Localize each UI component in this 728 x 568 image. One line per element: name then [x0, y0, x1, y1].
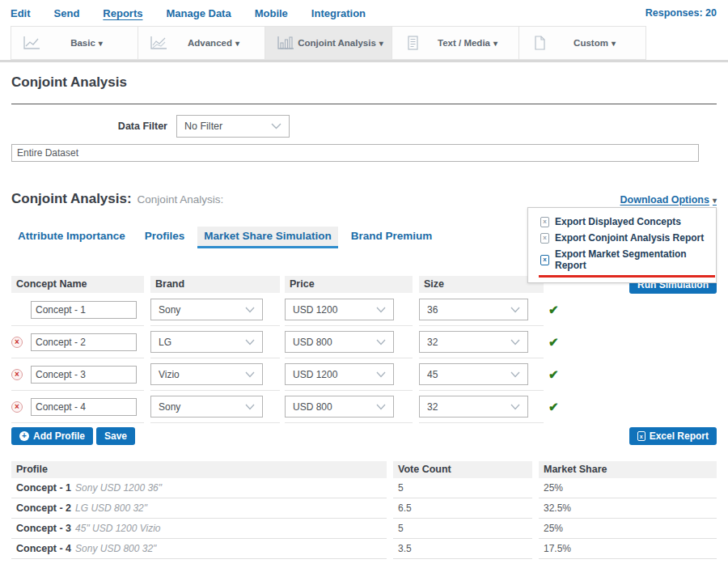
- brand-select-3[interactable]: Vizio: [150, 363, 263, 385]
- download-options-link[interactable]: Download Options: [620, 194, 717, 206]
- profile-name: Concept - 3: [16, 523, 71, 534]
- toolbar-text-media[interactable]: Text / Media: [392, 26, 519, 60]
- profile-description: LG USD 800 32": [75, 502, 147, 514]
- concept-name-input-2[interactable]: [31, 333, 137, 351]
- column-header-brand: Brand: [150, 276, 280, 293]
- excel-report-button[interactable]: Excel Report: [629, 427, 717, 445]
- plus-circle-icon: [19, 431, 29, 441]
- price-select-2[interactable]: USD 800: [285, 331, 394, 353]
- tab-brand-premium[interactable]: Brand Premium: [345, 227, 439, 248]
- result-row-2: Concept - 2LG USD 800 32" 6.5 32.5%: [11, 498, 717, 519]
- concept-name-cell: [11, 358, 144, 391]
- toolbar-text-media-label: Text / Media: [421, 38, 518, 48]
- chevron-down-icon: [271, 123, 281, 129]
- column-header-market-share: Market Share: [539, 461, 717, 478]
- nav-item-mobile[interactable]: Mobile: [255, 7, 288, 19]
- concept-name-cell: [11, 294, 144, 326]
- delete-concept-icon-3[interactable]: [11, 369, 23, 380]
- market-share-value: 25%: [544, 523, 563, 534]
- concept-row-1: Sony USD 1200 36: [11, 294, 717, 326]
- profile-name: Concept - 4: [16, 543, 71, 554]
- profile-name: Concept - 2: [16, 502, 71, 514]
- toolbar-advanced[interactable]: Advanced: [138, 26, 265, 60]
- dataset-input[interactable]: [11, 144, 699, 162]
- concept-name-input-1[interactable]: [31, 301, 137, 319]
- toolbar-advanced-label: Advanced: [167, 38, 265, 48]
- excel-file-icon: [637, 431, 645, 441]
- menu-item-export-market-segmentation-report[interactable]: Export Market Segmentation Report: [528, 246, 716, 273]
- toolbar-custom[interactable]: Custom: [518, 26, 646, 60]
- menu-item-export-conjoint-analysis-report[interactable]: Export Conjoint Analysis Report: [528, 230, 716, 246]
- chevron-down-icon: [376, 371, 386, 378]
- menu-item-export-displayed-concepts[interactable]: Export Displayed Concepts: [528, 214, 716, 230]
- toolbar-conjoint-label: Conjoint Analysis: [294, 38, 392, 48]
- chevron-down-icon: [245, 339, 255, 345]
- nav-item-send[interactable]: Send: [54, 7, 80, 19]
- price-select-1[interactable]: USD 1200: [285, 299, 394, 320]
- toolbar-conjoint-analysis[interactable]: Conjoint Analysis: [265, 26, 392, 60]
- data-filter-select[interactable]: No Filter: [176, 115, 290, 138]
- tab-attribute-importance[interactable]: Attribute Importance: [11, 227, 132, 248]
- price-select-4[interactable]: USD 800: [285, 396, 394, 418]
- valid-check-icon: [548, 400, 559, 414]
- result-row-3: Concept - 345" USD 1200 Vizio 5 25%: [11, 519, 717, 539]
- concept-name-input-3[interactable]: [31, 366, 137, 384]
- column-header-vote-count: Vote Count: [393, 461, 532, 478]
- report-toolbar: Basic Advanced Conjoint Analysis Text / …: [0, 26, 728, 62]
- custom-page-icon: [531, 36, 548, 50]
- excel-file-icon: [540, 255, 549, 265]
- nav-item-manage-data[interactable]: Manage Data: [166, 7, 231, 19]
- concept-name-input-4[interactable]: [31, 398, 137, 416]
- tab-profiles[interactable]: Profiles: [138, 227, 192, 248]
- excel-file-icon: [540, 217, 549, 227]
- valid-check-icon: [548, 367, 559, 382]
- price-select-3[interactable]: USD 1200: [285, 363, 394, 385]
- data-filter-row: Data Filter No Filter: [11, 115, 717, 138]
- add-profile-button[interactable]: Add Profile: [11, 427, 93, 445]
- chevron-down-icon: [245, 371, 255, 378]
- results-header-row: Profile Vote Count Market Share: [11, 461, 717, 478]
- red-highlight-underline: [539, 275, 715, 278]
- column-header-concept-name: Concept Name: [11, 276, 144, 293]
- delete-concept-icon-2[interactable]: [11, 337, 23, 348]
- chevron-down-icon: [510, 339, 520, 345]
- title-divider: [11, 104, 717, 104]
- data-filter-label: Data Filter: [11, 121, 176, 132]
- brand-select-1[interactable]: Sony: [150, 299, 263, 320]
- column-header-profile: Profile: [11, 461, 387, 478]
- market-share-value: 25%: [544, 482, 563, 494]
- chevron-down-icon: [245, 404, 255, 410]
- nav-item-integration[interactable]: Integration: [311, 7, 366, 19]
- chevron-down-icon: [376, 339, 386, 345]
- toolbar-basic-label: Basic: [40, 38, 138, 48]
- section-header: Conjoint Analysis: Conjoint Analysis: Do…: [11, 191, 717, 207]
- size-select-4[interactable]: 32: [419, 396, 528, 418]
- valid-check-icon: [548, 335, 559, 350]
- concept-row-4: Sony USD 800 32: [11, 391, 717, 423]
- multi-line-chart-icon: [150, 36, 167, 50]
- market-share-value: 32.5%: [544, 502, 571, 514]
- valid-check-icon: [548, 303, 559, 317]
- size-select-1[interactable]: 36: [419, 299, 528, 320]
- chevron-down-icon: [510, 371, 520, 378]
- brand-select-2[interactable]: LG: [150, 331, 263, 353]
- size-select-3[interactable]: 45: [419, 363, 528, 385]
- save-button[interactable]: Save: [96, 427, 135, 445]
- bar-chart-icon: [277, 36, 294, 50]
- simulator-actions: Add Profile Save Excel Report: [11, 427, 717, 445]
- profile-description: Sony USD 800 32": [75, 543, 156, 554]
- section-subtitle: Conjoint Analysis:: [138, 193, 224, 206]
- concept-row-3: Vizio USD 1200 45: [11, 358, 717, 391]
- delete-concept-icon-4[interactable]: [11, 401, 23, 413]
- chevron-down-icon: [510, 307, 520, 313]
- concept-name-cell: [11, 326, 144, 358]
- vote-count-value: 6.5: [398, 502, 412, 514]
- chevron-down-icon: [376, 307, 386, 313]
- tab-market-share-simulation[interactable]: Market Share Simulation: [197, 227, 338, 248]
- toolbar-basic[interactable]: Basic: [11, 26, 138, 60]
- size-select-2[interactable]: 32: [419, 331, 528, 353]
- brand-select-4[interactable]: Sony: [150, 396, 263, 418]
- nav-item-edit[interactable]: Edit: [11, 7, 31, 19]
- download-options-menu: Export Displayed Concepts Export Conjoin…: [527, 207, 717, 283]
- nav-item-reports[interactable]: Reports: [103, 7, 142, 19]
